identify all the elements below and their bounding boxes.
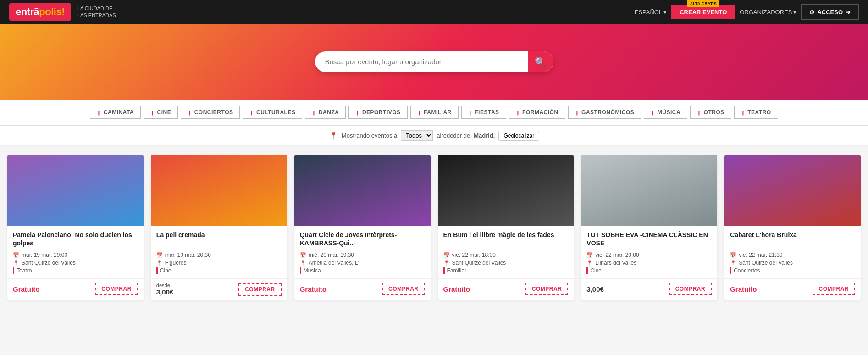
location-city: Madrid. <box>474 132 495 139</box>
event-title-4[interactable]: En Bum i el llibre màgic de les fades <box>443 231 569 248</box>
arrow-right-icon: ➜ <box>846 9 851 16</box>
buy-button-5[interactable]: COMPRAR <box>669 283 712 295</box>
category-button-familiar[interactable]: FAMILIAR <box>410 106 459 119</box>
chevron-down-icon: ▾ <box>793 9 796 16</box>
category-button-musica[interactable]: MÚSICA <box>644 106 687 119</box>
category-button-formacion[interactable]: FORMACIÓN <box>509 106 565 119</box>
event-image-5 <box>581 155 717 226</box>
event-price-from-2: desde3,00€ <box>156 283 174 296</box>
search-button[interactable]: 🔍 <box>528 51 553 72</box>
geolocalize-button[interactable]: Geolocalizar <box>498 131 539 141</box>
event-location-1: 📍Sant Quirze del Vallès <box>13 260 138 266</box>
event-title-6[interactable]: Cabaret L'hora Bruixa <box>730 231 855 248</box>
event-image-1 <box>7 155 144 226</box>
location-pin-icon: 📍 <box>329 131 338 140</box>
location-icon: 📍 <box>156 260 163 266</box>
event-location-3: 📍Ametlla del Vallès, L' <box>300 260 425 266</box>
event-date-2: 📅mar. 19 mar. 20:30 <box>156 252 282 258</box>
category-bar <box>730 267 731 274</box>
event-category-6: Conciertos <box>730 267 855 274</box>
event-price-free-1: Gratuito <box>13 285 39 293</box>
event-image-6 <box>724 155 861 226</box>
event-card-6: Cabaret L'hora Bruixa📅vie. 22 mar. 21:30… <box>724 155 861 300</box>
event-category-1: Teatro <box>13 267 138 274</box>
event-card-1: Pamela Palenciano: No solo duelen los go… <box>7 155 144 300</box>
event-category-4: Familiar <box>443 267 569 274</box>
event-title-5[interactable]: TOT SOBRE EVA -CINEMA CLÀSSIC EN VOSE <box>586 231 712 248</box>
event-footer-6: GratuitoCOMPRAR <box>724 278 861 299</box>
calendar-icon: 📅 <box>586 252 593 258</box>
category-button-otros[interactable]: OTROS <box>690 106 731 119</box>
event-date-3: 📅mié. 20 mar. 19:30 <box>300 252 425 258</box>
around-text: alrededor de <box>437 132 470 139</box>
category-button-gastronomicos[interactable]: GASTRONÓMICOS <box>568 106 641 119</box>
category-button-fiestas[interactable]: FIESTAS <box>461 106 506 119</box>
buy-button-4[interactable]: COMPRAR <box>525 283 569 295</box>
crear-evento-button[interactable]: ALTA GRATIS CREAR EVENTO <box>671 5 735 19</box>
category-bar <box>13 267 14 274</box>
event-location-4: 📍Sant Quirze del Vallès <box>443 260 569 266</box>
category-button-danza[interactable]: DANZA <box>305 106 346 119</box>
event-title-2[interactable]: La pell cremada <box>156 231 282 248</box>
event-category-3: Música <box>300 267 425 274</box>
tagline: LA CIUDAD DE LAS ENTRADAS <box>77 5 116 19</box>
event-date-6: 📅vie. 22 mar. 21:30 <box>730 252 855 258</box>
buy-button-3[interactable]: COMPRAR <box>382 283 425 295</box>
chevron-down-icon: ▾ <box>663 9 667 16</box>
calendar-icon: 📅 <box>300 252 306 258</box>
event-category-5: Cine <box>586 267 712 274</box>
event-card-3: Quart Cicle de Joves Intèrprets-KAMBRASS… <box>294 155 431 300</box>
location-icon: 📍 <box>586 260 593 266</box>
event-price-free-3: Gratuito <box>300 285 326 293</box>
category-bar <box>156 267 158 274</box>
event-image-3 <box>294 155 431 226</box>
header: entrãpolis! LA CIUDAD DE LAS ENTRADAS ES… <box>0 0 868 24</box>
buy-button-1[interactable]: COMPRAR <box>95 283 138 295</box>
acceso-button[interactable]: ⊙ ACCESO ➜ <box>801 4 859 20</box>
event-footer-5: 3,00€COMPRAR <box>581 278 717 299</box>
event-image-2 <box>151 155 287 226</box>
event-image-4 <box>438 155 574 226</box>
event-footer-2: desde3,00€COMPRAR <box>151 278 287 300</box>
event-card-5: TOT SOBRE EVA -CINEMA CLÀSSIC EN VOSE📅vi… <box>581 155 717 300</box>
event-title-3[interactable]: Quart Cicle de Joves Intèrprets-KAMBRASS… <box>300 231 425 248</box>
event-date-1: 📅mar. 19 mar. 19:00 <box>13 252 138 258</box>
logo[interactable]: entrãpolis! <box>9 3 71 21</box>
category-button-caminata[interactable]: CAMINATA <box>90 106 141 119</box>
calendar-icon: 📅 <box>730 252 736 258</box>
location-icon: 📍 <box>730 260 736 266</box>
organizadores-button[interactable]: ORGANIZADORES ▾ <box>740 9 796 16</box>
event-category-2: Cine <box>156 267 282 274</box>
showing-text: Mostrando eventos a <box>342 132 397 139</box>
event-card-2: La pell cremada📅mar. 19 mar. 20:30📍Figue… <box>151 155 287 300</box>
buy-button-2[interactable]: COMPRAR <box>238 283 282 296</box>
alta-gratis-badge: ALTA GRATIS <box>687 0 719 7</box>
calendar-icon: 📅 <box>156 252 163 258</box>
calendar-icon: 📅 <box>13 252 19 258</box>
event-footer-3: GratuitoCOMPRAR <box>294 278 431 299</box>
events-grid: Pamela Palenciano: No solo duelen los go… <box>0 146 868 309</box>
buy-button-6[interactable]: COMPRAR <box>813 283 856 295</box>
event-title-1[interactable]: Pamela Palenciano: No solo duelen los go… <box>13 231 138 248</box>
header-right: ESPAÑOL ▾ ALTA GRATIS CREAR EVENTO ORGAN… <box>635 4 859 20</box>
category-button-culturales[interactable]: CULTURALES <box>243 106 302 119</box>
location-icon: 📍 <box>300 260 306 266</box>
user-icon: ⊙ <box>809 9 814 16</box>
event-card-4: En Bum i el llibre màgic de les fades📅vi… <box>438 155 574 300</box>
event-footer-4: GratuitoCOMPRAR <box>438 278 574 299</box>
search-icon: 🔍 <box>535 56 546 67</box>
language-button[interactable]: ESPAÑOL ▾ <box>635 9 667 16</box>
event-location-6: 📍Sant Quirze del Vallès <box>730 260 855 266</box>
category-button-deportivos[interactable]: DEPORTIVOS <box>348 106 407 119</box>
categories-nav: CAMINATACINECONCIERTOSCULTURALESDANZADEP… <box>0 100 868 126</box>
category-bar <box>443 267 445 274</box>
search-bar: 🔍 <box>315 51 553 72</box>
category-button-teatro[interactable]: TEATRO <box>734 106 778 119</box>
distance-select[interactable]: Todos10 km25 km50 km <box>401 130 433 141</box>
event-price-free-4: Gratuito <box>443 285 470 293</box>
search-input[interactable] <box>315 51 528 72</box>
category-button-cine[interactable]: CINE <box>144 106 178 119</box>
category-button-conciertos[interactable]: CONCIERTOS <box>181 106 240 119</box>
event-price-free-6: Gratuito <box>730 285 757 293</box>
location-icon: 📍 <box>443 260 450 266</box>
